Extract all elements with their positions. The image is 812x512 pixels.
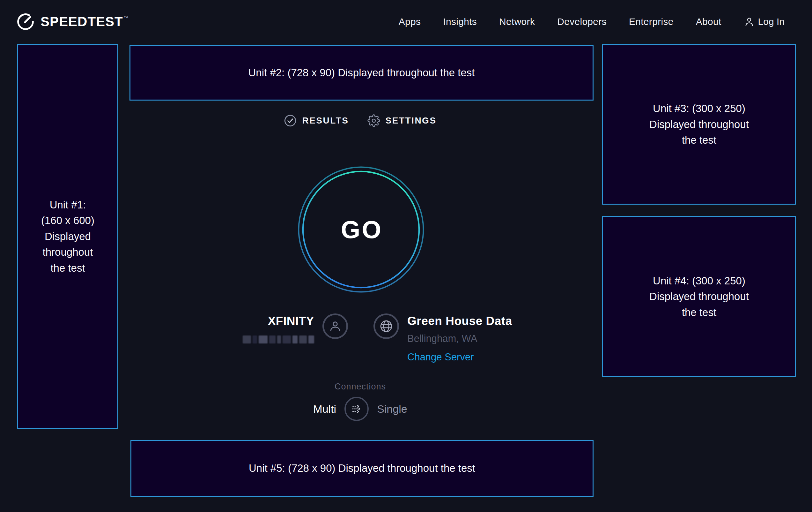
ad-unit-3[interactable]: Unit #3: (300 x 250) Displayed throughou… [602,44,796,205]
check-circle-icon [284,114,297,127]
connections-label: Connections [118,382,602,392]
ad-unit-2-text: Unit #2: (728 x 90) Displayed throughout… [249,65,475,81]
isp-info: XFINITY [243,314,348,344]
nav-item-network[interactable]: Network [499,16,535,27]
connections-single-option[interactable]: Single [377,403,407,415]
go-button-label: GO [297,166,425,293]
multi-arrows-icon [349,401,364,416]
gear-icon [368,114,380,127]
tab-results-label: RESULTS [302,115,349,126]
tab-settings[interactable]: SETTINGS [368,114,437,127]
ad-unit-3-text: Unit #3: (300 x 250) Displayed throughou… [645,101,753,148]
tab-results[interactable]: RESULTS [284,114,349,127]
server-info: Green House Data Bellingham, WA Change S… [374,314,512,363]
ad-unit-4[interactable]: Unit #4: (300 x 250) Displayed throughou… [602,216,796,377]
change-server-link[interactable]: Change Server [407,351,474,363]
isp-name: XFINITY [243,315,314,328]
nav-item-enterprise[interactable]: Enterprise [629,16,674,27]
ad-unit-2[interactable]: Unit #2: (728 x 90) Displayed throughout… [129,45,593,101]
server-location: Bellingham, WA [407,333,512,344]
trademark-mark: ™ [124,15,128,21]
server-globe-badge [374,314,399,339]
user-icon [744,16,755,27]
navbar: SPEEDTEST™ Apps Insights Network Develop… [0,0,812,44]
ad-unit-5[interactable]: Unit #5: (728 x 90) Displayed throughout… [130,440,593,497]
nav-item-about[interactable]: About [696,16,721,27]
nav-item-insights[interactable]: Insights [443,16,477,27]
redacted-ip [243,335,314,344]
nav-item-apps[interactable]: Apps [399,16,421,27]
connections-multi-option[interactable]: Multi [313,403,336,415]
connections-toggle[interactable] [344,397,369,421]
isp-user-badge [322,314,348,339]
nav-menu: Apps Insights Network Developers Enterpr… [399,0,785,44]
speedtest-logo[interactable]: SPEEDTEST™ [16,0,128,44]
server-name: Green House Data [407,315,512,328]
gauge-icon [16,12,35,32]
ad-unit-5-text: Unit #5: (728 x 90) Displayed throughout… [249,460,475,476]
connections-section: Connections Multi Single [118,382,602,421]
tabs-row: RESULTS SETTINGS [118,114,602,127]
ad-unit-1[interactable]: Unit #1: (160 x 600) Displayed throughou… [17,44,118,429]
tab-settings-label: SETTINGS [385,115,437,126]
login-label: Log In [758,16,785,27]
login-button[interactable]: Log In [744,16,785,27]
ad-unit-1-text: Unit #1: (160 x 600) Displayed throughou… [39,197,97,276]
nav-item-developers[interactable]: Developers [557,16,607,27]
brand-name: SPEEDTEST [40,14,123,29]
ad-unit-4-text: Unit #4: (300 x 250) Displayed throughou… [645,273,753,321]
user-circle-icon [328,319,342,333]
go-button[interactable]: GO [297,166,425,293]
globe-icon [379,319,393,333]
